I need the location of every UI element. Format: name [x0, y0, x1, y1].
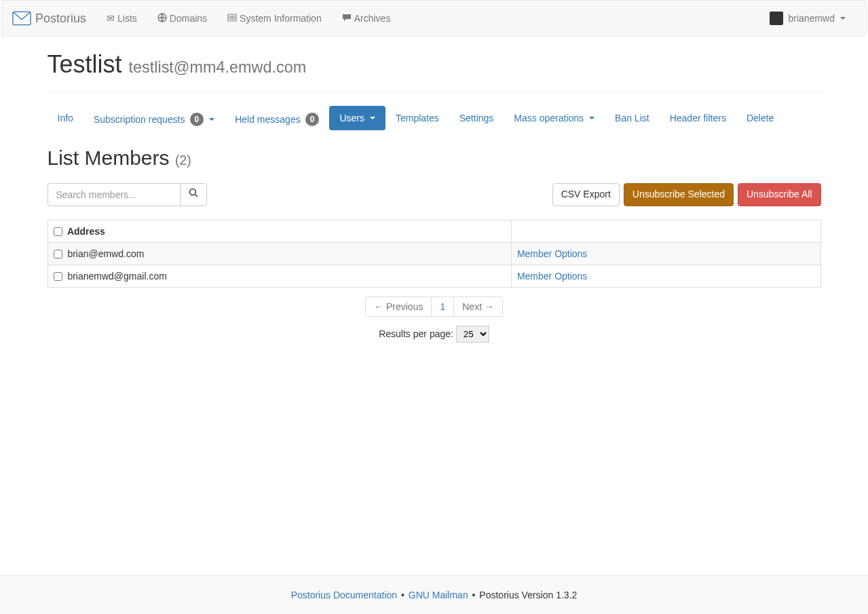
list-tabs: Info Subscription requests 0 Held messag… — [48, 106, 821, 133]
tab-subscription-requests[interactable]: Subscription requests 0 — [83, 106, 225, 133]
search-input[interactable] — [48, 183, 181, 206]
row-checkbox[interactable] — [54, 250, 62, 258]
table-row: brian@emwd.com Member Options — [48, 243, 820, 265]
results-per-page-label: Results per page: — [379, 328, 453, 339]
globe-icon — [157, 13, 167, 24]
tab-users-label: Users — [339, 113, 364, 123]
unsubscribe-all-button[interactable]: Unsubscribe All — [738, 183, 821, 206]
unsubscribe-selected-button[interactable]: Unsubscribe Selected — [624, 183, 734, 206]
header-actions — [511, 220, 820, 243]
member-address: brianemwd@gmail.com — [67, 271, 166, 282]
nav-system-information[interactable]: System Information — [217, 3, 332, 35]
list-name: Testlist — [48, 50, 122, 78]
row-checkbox[interactable] — [54, 272, 62, 281]
toolbar: CSV Export Unsubscribe Selected Unsubscr… — [48, 183, 821, 206]
members-table: Address brian@emwd.com Member Options br… — [48, 220, 821, 288]
tab-mass-operations-label: Mass operations — [514, 113, 584, 123]
list-alt-icon — [227, 13, 237, 24]
user-name: brianemwd — [789, 13, 835, 24]
tab-info[interactable]: Info — [48, 106, 83, 130]
comment-icon — [342, 13, 352, 24]
results-per-page: Results per page: 25 — [48, 326, 821, 343]
pagination-previous: ← Previous — [365, 296, 432, 317]
chevron-down-icon — [840, 17, 846, 20]
header-address: Address — [48, 220, 511, 243]
member-options-link[interactable]: Member Options — [517, 248, 587, 259]
nav-lists[interactable]: ✉ Lists — [96, 3, 147, 34]
svg-point-3 — [189, 189, 195, 195]
section-title: List Members (2) — [48, 147, 821, 170]
pagination-next: Next → — [453, 296, 503, 317]
header-address-label: Address — [67, 226, 105, 237]
tab-held-messages[interactable]: Held messages 0 — [225, 106, 329, 133]
tab-ban-list[interactable]: Ban List — [605, 106, 660, 130]
select-all-checkbox[interactable] — [54, 227, 62, 236]
nav-domains[interactable]: Domains — [147, 3, 217, 35]
envelope-icon: ✉ — [107, 13, 115, 24]
top-navbar: Postorius ✉ Lists Domains System Informa… — [1, 0, 867, 37]
avatar-icon — [770, 12, 783, 25]
brand-link[interactable]: Postorius — [12, 1, 96, 36]
tab-header-filters[interactable]: Header filters — [660, 106, 736, 130]
table-row: brianemwd@gmail.com Member Options — [48, 265, 820, 288]
member-address: brian@emwd.com — [67, 248, 144, 259]
tab-mass-operations[interactable]: Mass operations — [504, 106, 605, 130]
tab-settings[interactable]: Settings — [449, 106, 504, 130]
pagination: ← Previous 1 Next → — [48, 301, 821, 312]
nav-sysinfo-label: System Information — [240, 13, 322, 24]
nav-archives[interactable]: Archives — [332, 3, 401, 35]
results-per-page-select[interactable]: 25 — [456, 326, 489, 343]
nav-domains-label: Domains — [170, 13, 207, 24]
member-count: (2) — [175, 153, 191, 168]
held-messages-badge: 0 — [305, 113, 320, 126]
user-menu[interactable]: brianemwd — [759, 1, 856, 35]
nav-archives-label: Archives — [354, 13, 391, 24]
tab-delete[interactable]: Delete — [736, 106, 784, 130]
nav-lists-label: Lists — [117, 13, 137, 24]
page-title: Testlist testlist@mm4.emwd.com — [48, 50, 821, 79]
search-icon — [189, 189, 198, 199]
chevron-down-icon — [209, 118, 214, 121]
page-header: Testlist testlist@mm4.emwd.com — [48, 50, 821, 92]
chevron-down-icon — [370, 117, 375, 119]
tab-users[interactable]: Users — [329, 106, 385, 130]
tab-subscription-requests-label: Subscription requests — [94, 114, 185, 125]
list-address: testlist@mm4.emwd.com — [129, 58, 307, 76]
section-title-text: List Members — [48, 147, 170, 169]
search-button[interactable] — [180, 183, 207, 206]
chevron-down-icon — [589, 117, 595, 119]
csv-export-button[interactable]: CSV Export — [552, 183, 620, 206]
search-group — [48, 183, 207, 206]
pagination-page-1[interactable]: 1 — [431, 296, 454, 317]
tab-templates[interactable]: Templates — [385, 106, 449, 130]
subscription-requests-badge: 0 — [190, 113, 204, 126]
brand-text: Postorius — [35, 12, 86, 26]
envelope-logo-icon — [12, 11, 31, 26]
member-options-link[interactable]: Member Options — [517, 271, 587, 282]
tab-held-messages-label: Held messages — [235, 114, 301, 125]
